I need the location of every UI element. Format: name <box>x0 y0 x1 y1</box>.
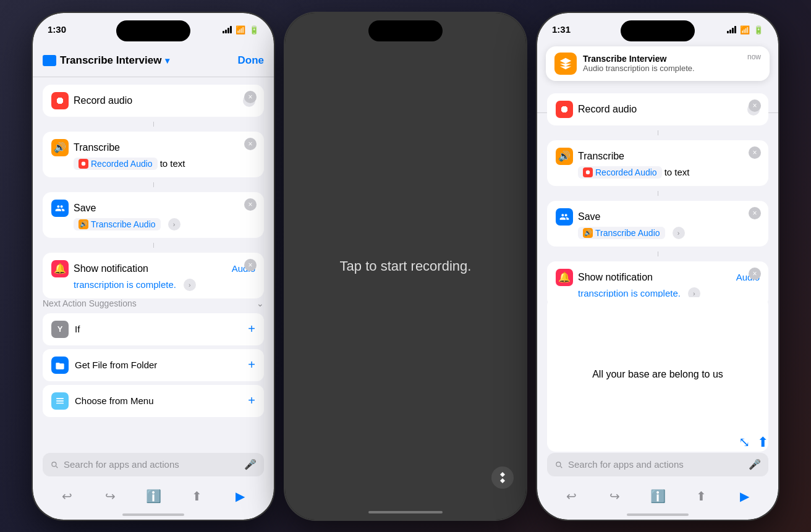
results-card: All your base are belong to us <box>547 297 768 452</box>
notif-detail: transcription is complete. › <box>74 279 255 291</box>
nav-title-text-1: Transcribe Interview <box>60 54 161 67</box>
suggestions-chevron-1[interactable]: ⌄ <box>257 298 264 308</box>
transcribe-icon: 🔊 <box>51 139 69 156</box>
search-placeholder-1: Search for apps and actions <box>64 459 239 470</box>
bottom-toolbar-1: ↩ ↪ ℹ️ ⬆ ▶ <box>33 485 274 507</box>
phone-3-screen: 1:31 📶 🔋 <box>537 13 778 520</box>
toolbar-forward-3[interactable]: ↪ <box>603 485 626 507</box>
battery-icon-1: 🔋 <box>249 25 259 35</box>
dynamic-island-2 <box>368 20 443 41</box>
search-bar-1[interactable]: Search for apps and actions 🎤 <box>43 453 264 476</box>
folder-icon-1 <box>43 55 56 66</box>
save-token-3[interactable]: 🔊 Transcribe Audio <box>578 227 665 239</box>
transcribe-suffix-3: to text <box>665 167 690 177</box>
dynamic-island-1 <box>116 20 190 41</box>
toolbar-forward-1[interactable]: ↪ <box>99 485 121 507</box>
save-icon <box>51 200 69 217</box>
save-label-3: Save <box>578 211 760 222</box>
toolbar-play-1[interactable]: ▶ <box>229 485 251 507</box>
save-arrow[interactable]: › <box>168 218 180 230</box>
suggestion-if-plus[interactable]: + <box>248 322 255 336</box>
tap-to-record-text: Tap to start recording. <box>340 258 472 274</box>
toolbar-share-3[interactable]: ⬆ <box>690 485 712 507</box>
save-token[interactable]: 🔊 Transcribe Audio <box>74 218 161 230</box>
suggestions-title-1: Next Action Suggestions <box>43 298 137 308</box>
token-icon-orange: 🔊 <box>79 219 88 229</box>
done-button-1[interactable]: Done <box>238 54 265 67</box>
transcribe-close[interactable]: × <box>244 138 257 150</box>
token-label-transcribe-3: Transcribe Audio <box>595 228 660 238</box>
notif-close[interactable]: × <box>244 259 257 271</box>
phone-2-screen: Tap to start recording. <box>285 13 526 520</box>
phone-3-content: 1:31 📶 🔋 <box>537 13 778 520</box>
token-icon-red: ⏺ <box>79 159 88 169</box>
suggestion-if-label: If <box>75 324 242 334</box>
suggestion-getfile-plus[interactable]: + <box>248 358 255 372</box>
action-card-record-3[interactable]: ⏺ Record audio › × <box>547 93 768 125</box>
suggestion-get-file[interactable]: Get File from Folder + <box>43 349 264 381</box>
bluetooth-badge <box>491 467 514 489</box>
action-card-transcribe-3[interactable]: 🔊 Transcribe ⏺ Recorded Audio to text × <box>547 140 768 186</box>
notif-time: now <box>747 53 761 61</box>
action-card-transcribe[interactable]: 🔊 Transcribe ⏺ Recorded Audio to text × <box>43 132 264 177</box>
save-close-3[interactable]: × <box>749 207 761 219</box>
record-label-3: Record audio <box>578 104 742 115</box>
save-arrow-3[interactable]: › <box>673 227 685 239</box>
search-bar-3[interactable]: Search for apps and actions 🎤 <box>547 453 768 476</box>
record-close[interactable]: × <box>244 91 257 103</box>
toolbar-info-3[interactable]: ℹ️ <box>647 485 669 507</box>
corner-expand-icon[interactable]: ⤡ <box>739 434 750 450</box>
nav-title-1: Transcribe Interview ▾ <box>43 54 169 67</box>
notif-detail-text: transcription is complete. <box>74 279 176 290</box>
actions-area-3: ⏺ Record audio › × 🔊 Transcribe <box>537 86 778 315</box>
action-card-notif-header: 🔔 Show notification Audio <box>51 260 255 277</box>
suggestion-choose-menu[interactable]: Choose from Menu + <box>43 385 264 417</box>
transcribe-detail-3: ⏺ Recorded Audio to text <box>578 166 760 179</box>
corner-icons: ⤡ ⬆ <box>739 434 768 450</box>
phone-1-screen: 1:30 📶 🔋 <box>33 13 274 520</box>
action-card-notif-header-3: 🔔 Show notification Audio <box>556 269 760 286</box>
signal-icon-3 <box>727 26 736 33</box>
transcribe-icon-3: 🔊 <box>556 148 573 165</box>
token-icon-orange-3: 🔊 <box>583 228 593 238</box>
corner-share-icon[interactable]: ⬆ <box>757 434 768 450</box>
recording-screen[interactable]: Tap to start recording. <box>285 13 526 520</box>
save-close[interactable]: × <box>244 198 257 211</box>
action-card-save-3[interactable]: Save 🔊 Transcribe Audio › × <box>547 201 768 247</box>
mic-icon-3: 🎤 <box>749 458 761 470</box>
action-card-save[interactable]: Save 🔊 Transcribe Audio › × <box>43 192 264 238</box>
notif-app-icon <box>554 53 577 75</box>
notif-close-3[interactable]: × <box>749 268 761 280</box>
connector-1 <box>153 122 154 127</box>
notif-app-name: Transcribe Interview <box>583 54 741 64</box>
notification-banner[interactable]: Transcribe Interview Audio transcription… <box>546 46 770 81</box>
connector-3a <box>658 130 658 135</box>
transcribe-token-3[interactable]: ⏺ Recorded Audio <box>578 166 662 179</box>
connector-3 <box>153 243 154 248</box>
transcribe-token[interactable]: ⏺ Recorded Audio <box>74 158 158 170</box>
svg-rect-2 <box>56 402 64 403</box>
toolbar-play-3[interactable]: ▶ <box>733 485 755 507</box>
token-label-recorded: Recorded Audio <box>91 159 153 169</box>
chevron-icon-1[interactable]: ▾ <box>165 56 169 65</box>
mic-icon-1: 🎤 <box>244 458 257 470</box>
toolbar-back-3[interactable]: ↩ <box>560 485 582 507</box>
save-icon-3 <box>556 208 573 226</box>
transcribe-label: Transcribe <box>74 142 255 153</box>
record-close-3[interactable]: × <box>749 99 761 112</box>
notif-arrow[interactable]: › <box>184 279 196 291</box>
suggestion-menu-plus[interactable]: + <box>248 394 255 408</box>
phone-1: 1:30 📶 🔋 <box>33 13 274 520</box>
transcribe-close-3[interactable]: × <box>749 146 761 159</box>
suggestions-section-1: Next Action Suggestions ⌄ Y If + Get Fil… <box>43 298 264 421</box>
action-card-notification[interactable]: 🔔 Show notification Audio transcription … <box>43 253 264 298</box>
suggestion-if[interactable]: Y If + <box>43 313 264 345</box>
action-card-record-header: ⏺ Record audio › <box>51 92 255 109</box>
phone-1-content: 1:30 📶 🔋 <box>33 13 274 520</box>
toolbar-back-1[interactable]: ↩ <box>56 485 78 507</box>
connector-2 <box>153 182 154 187</box>
toolbar-share-1[interactable]: ⬆ <box>185 485 208 507</box>
connector-3c <box>658 251 658 256</box>
toolbar-info-1[interactable]: ℹ️ <box>142 485 164 507</box>
action-card-record[interactable]: ⏺ Record audio › × <box>43 85 264 117</box>
